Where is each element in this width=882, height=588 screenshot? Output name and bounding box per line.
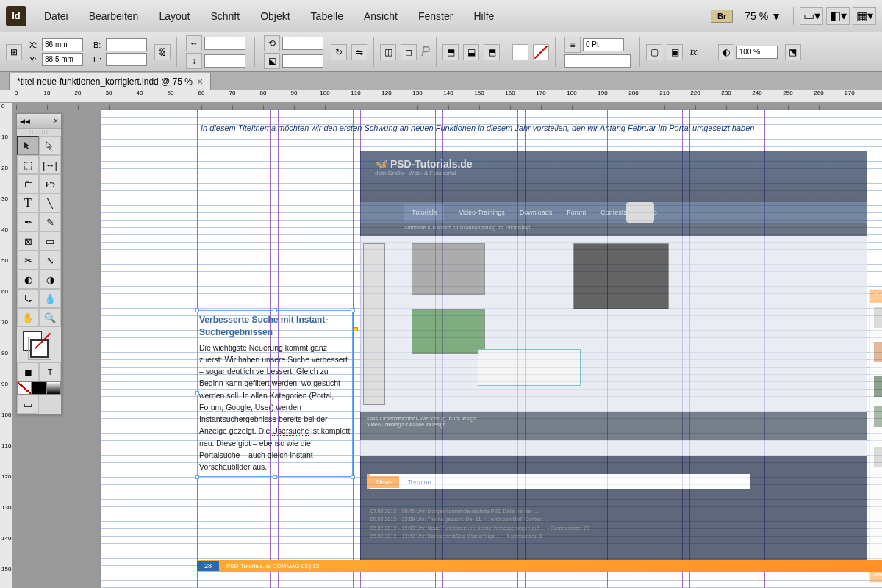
apply-none-icon[interactable] [17,381,32,395]
document-tab[interactable]: *titel-neue-funktionen_korrigiert.indd @… [9,73,211,90]
screen-mode-icon[interactable]: ▭▾ [800,7,823,25]
arrange-docs-icon[interactable]: ◧▾ [826,7,850,25]
tools-panel[interactable]: ◀◀ × :::::::: ⬚ |↔| 🗀 🗁 T ╲ ✒ ✎ ⊠ ▭ ✂ ⤡ … [16,113,62,415]
rotate-cw-icon[interactable]: ↻ [331,44,347,60]
frame-handle[interactable] [273,308,277,312]
effects-label[interactable]: fx. [687,47,703,57]
line-tool[interactable]: ╲ [39,193,61,212]
corner-options-icon[interactable]: ⬔ [785,44,801,60]
scale-y-icon[interactable]: ↕ [186,53,202,69]
apply-gradient-icon[interactable] [46,381,61,395]
zoom-level-display[interactable]: 75 % ▼ [739,10,787,22]
menu-tabelle[interactable]: Tabelle [302,7,352,25]
content-placer-tool[interactable]: 🗁 [39,174,61,193]
text-wrap-none-icon[interactable]: ▢ [646,44,662,60]
apply-color-icon[interactable] [32,381,46,395]
hand-tool[interactable]: ✋ [17,308,39,327]
frame-handle[interactable] [273,475,277,479]
zoom-tool[interactable]: 🔍 [39,308,61,327]
frame-handle[interactable] [195,475,199,479]
reference-point-icon[interactable]: ⊞ [6,44,22,60]
menu-datei[interactable]: Datei [35,7,77,25]
note-tool[interactable]: 🗨 [17,289,39,308]
w-label: B: [93,40,104,49]
panel-collapse-icon[interactable]: ◀◀ [20,118,30,125]
close-icon[interactable]: × [54,117,58,125]
stroke-weight-icon[interactable]: ≡ [564,37,581,53]
chevron-down-icon: ▼ [771,10,781,22]
menu-ansicht[interactable]: Ansicht [355,7,406,25]
align-bottom-icon[interactable]: ⬒ [484,44,500,60]
x-input[interactable] [42,38,83,51]
free-transform-tool[interactable]: ⤡ [39,251,61,270]
y-input[interactable] [42,53,83,66]
type-tool[interactable]: T [17,193,39,212]
stroke-weight-input[interactable] [583,38,624,51]
menu-layout[interactable]: Layout [150,7,198,25]
selection-tool[interactable] [17,136,39,155]
frame-handle[interactable] [195,391,199,395]
vertical-ruler[interactable]: 0102030405060708090100110120130140150160 [0,103,13,588]
pencil-tool[interactable]: ✎ [39,212,61,232]
rectangle-frame-tool[interactable]: ⊠ [17,232,39,251]
menu-objekt[interactable]: Objekt [251,7,298,25]
embedded-image[interactable]: 🦋 PSD-Tutorials.de dein Grafik-, Web- & … [360,151,867,562]
fill-stroke-proxy[interactable] [17,327,61,362]
panel-grip[interactable]: :::::::: [17,129,61,136]
pen-tool[interactable]: ✒ [17,212,39,232]
rotate-icon[interactable]: ⟲ [264,35,280,51]
distribute-icon[interactable]: ⬓ [463,44,479,60]
rectangle-tool[interactable]: ▭ [39,232,61,251]
formatting-text-icon[interactable]: T [39,362,61,381]
shear-input[interactable] [282,54,323,68]
opacity-input[interactable] [736,46,778,59]
embedded-tagline: dein Grafik-, Web- & Fotoportal [375,170,853,176]
text-wrap-bounding-icon[interactable]: ▣ [667,44,683,60]
formatting-container-icon[interactable]: ◼ [17,362,39,381]
rotate-input[interactable] [282,37,323,50]
content-collector-tool[interactable]: 🗀 [17,174,39,193]
stroke-swatch[interactable] [533,44,549,60]
embedded-video-sub: Video-Training für Adobe InDesign [368,422,860,427]
scale-x-input[interactable] [204,37,245,50]
document-page[interactable]: In diesem Titelthema möchten wir den ers… [101,110,882,588]
bridge-badge[interactable]: Br [711,10,733,23]
select-content-icon[interactable]: ◻ [401,44,417,60]
eyedropper-tool[interactable]: 💧 [39,289,61,308]
constrain-icon[interactable]: ⛓ [154,44,171,60]
opacity-icon[interactable]: ◐ [718,44,734,60]
menu-fenster[interactable]: Fenster [409,7,462,25]
fill-swatch[interactable] [512,44,528,60]
scale-y-input[interactable] [204,54,245,68]
page-tool[interactable]: ⬚ [17,155,39,174]
menu-bearbeiten[interactable]: Bearbeiten [80,7,148,25]
width-input[interactable] [106,38,147,51]
gradient-swatch-tool[interactable]: ◐ [17,270,39,289]
frame-handle[interactable] [351,475,355,479]
text-frame-selected[interactable]: Verbesserte Suche mit Instant-Suchergebn… [197,310,353,477]
close-icon[interactable]: × [197,76,203,87]
workspace-icon[interactable]: ▦▾ [853,7,876,25]
flip-h-icon[interactable]: ⇋ [351,44,368,60]
scale-x-icon[interactable]: ↔ [186,35,202,51]
frame-handle-outport[interactable] [354,327,358,331]
frame-handle[interactable] [195,308,199,312]
stroke-style-input[interactable] [564,54,631,68]
embedded-sidebar: » Portalfreistel Freistellen mit Füllmet… [869,289,882,583]
menu-schrift[interactable]: Schrift [201,7,248,25]
embedded-news-bar: NewsTermine [368,474,750,489]
menu-hilfe[interactable]: Hilfe [465,7,503,25]
horizontal-ruler[interactable]: 0102030405060708090100110120130140150160… [0,90,882,103]
gap-tool[interactable]: |↔| [39,155,61,174]
scissors-tool[interactable]: ✂ [17,251,39,270]
height-input[interactable] [106,53,147,66]
frame-handle[interactable] [351,308,355,312]
select-container-icon[interactable]: ◫ [380,44,396,60]
document-tab-bar: *titel-neue-funktionen_korrigiert.indd @… [0,72,882,90]
gradient-feather-tool[interactable]: ◑ [39,270,61,289]
shear-icon[interactable]: ⬕ [264,53,280,69]
align-top-icon[interactable]: ⬒ [442,44,459,60]
canvas-area[interactable]: In diesem Titelthema möchten wir den ers… [13,103,882,588]
direct-selection-tool[interactable] [39,136,61,155]
view-mode-toggle[interactable]: ▭ [17,395,39,414]
